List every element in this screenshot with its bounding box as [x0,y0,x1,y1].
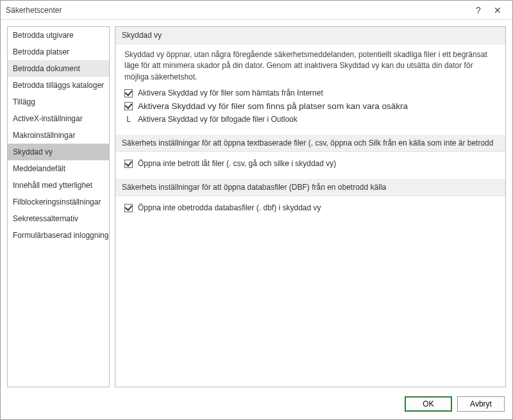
dialog-title: Säkerhetscenter [6,6,469,15]
section-header-text-files: Säkerhets inställningar för att öppna te… [115,135,505,152]
protected-view-description: Skyddad vy öppnar, utan några föregående… [124,49,496,83]
checkbox-label: Aktivera Skyddad vy för filer som hämtat… [138,88,323,97]
sidebar-item-label: Tillägg [13,97,35,106]
titlebar: Säkerhetscenter ? ✕ [1,1,512,20]
sidebar-item-trusted-locations[interactable]: Betrodda platser [8,44,109,60]
sidebar-item-label: Innehåll med ytterlighet [13,181,92,190]
checkbox-row-internet-files[interactable]: Aktivera Skyddad vy för filer som hämtat… [124,87,496,99]
section-header-dbf-files: Säkerhets inställningar för att öppna da… [115,179,505,196]
checkbox-row-untrusted-dbf-files[interactable]: Öppna inte obetrodda databasfiler (. dbf… [124,201,496,214]
sidebar-item-file-block[interactable]: Filblockeringsinställningar [8,194,109,210]
section-header-protected-view: Skyddad vy [115,27,505,44]
sidebar-item-trusted-publishers[interactable]: Betrodda utgivare [8,27,109,44]
checkbox-icon[interactable] [124,160,133,168]
help-button[interactable]: ? [469,1,488,20]
checkbox-label: Aktivera Skyddad vy för filer som finns … [138,101,408,111]
content-pane: Skyddad vy Skyddad vy öppnar, utan några… [115,26,506,387]
checkbox-icon[interactable] [124,102,133,110]
sidebar-item-label: ActiveX-inställningar [13,114,83,123]
checkbox-prefix-letter: L [124,115,133,124]
sidebar-item-privacy[interactable]: Sekretessalternativ [8,210,109,227]
dialog-body: Betrodda utgivare Betrodda platser Betro… [1,20,512,391]
checkbox-row-unsafe-locations[interactable]: Aktivera Skyddad vy för filer som finns … [124,99,496,113]
checkbox-row-untrusted-text-files[interactable]: Öppna inte betrott låt filer (. csv, gå … [124,157,496,170]
sidebar-item-label: Sekretessalternativ [13,214,78,223]
sidebar-item-label: Formulärbaserad inloggning [13,231,108,240]
trust-center-dialog: Säkerhetscenter ? ✕ Betrodda utgivare Be… [0,0,513,420]
sidebar-item-macro[interactable]: Makroinställningar [8,127,109,144]
sidebar-item-external-content[interactable]: Innehåll med ytterlighet [8,177,109,194]
checkbox-label: Aktivera Skyddad vy för bifogade filer i… [138,115,298,124]
sidebar: Betrodda utgivare Betrodda platser Betro… [7,26,110,387]
checkbox-label: Öppna inte obetrodda databasfiler (. dbf… [138,203,321,212]
cancel-button[interactable]: Avbryt [457,396,505,412]
checkbox-icon[interactable] [124,89,133,97]
checkbox-icon[interactable] [124,204,133,212]
ok-button[interactable]: OK [405,396,452,412]
section-body-dbf-files: Öppna inte obetrodda databasfiler (. dbf… [115,196,505,223]
sidebar-item-label: Skyddad vy [13,147,53,156]
close-button[interactable]: ✕ [488,1,507,20]
sidebar-item-protected-view[interactable]: Skyddad vy [8,144,109,160]
sidebar-item-label: Makroinställningar [13,131,75,140]
sidebar-item-trusted-documents[interactable]: Betrodda dokument [8,60,109,77]
sidebar-item-label: Filblockeringsinställningar [13,197,101,206]
dialog-footer: OK Avbryt [1,391,512,419]
sidebar-item-label: Betrodda utgivare [13,31,74,40]
checkbox-label: Öppna inte betrott låt filer (. csv, gå … [138,159,336,168]
sidebar-item-activex[interactable]: ActiveX-inställningar [8,110,109,127]
sidebar-item-label: Betrodda tilläggs kataloger [13,81,104,90]
sidebar-item-label: Betrodda dokument [13,64,80,73]
sidebar-item-trusted-addin-catalogs[interactable]: Betrodda tilläggs kataloger [8,77,109,94]
sidebar-item-label: Meddelandefält [13,164,65,173]
sidebar-item-label: Betrodda platser [13,47,69,56]
section-body-protected-view: Skyddad vy öppnar, utan några föregående… [115,44,505,135]
sidebar-item-addins[interactable]: Tillägg [8,94,109,110]
sidebar-item-form-signin[interactable]: Formulärbaserad inloggning [8,227,109,244]
sidebar-item-message-bar[interactable]: Meddelandefält [8,160,109,177]
checkbox-row-outlook-attachments[interactable]: L Aktivera Skyddad vy för bifogade filer… [124,113,496,126]
section-body-text-files: Öppna inte betrott låt filer (. csv, gå … [115,152,505,179]
